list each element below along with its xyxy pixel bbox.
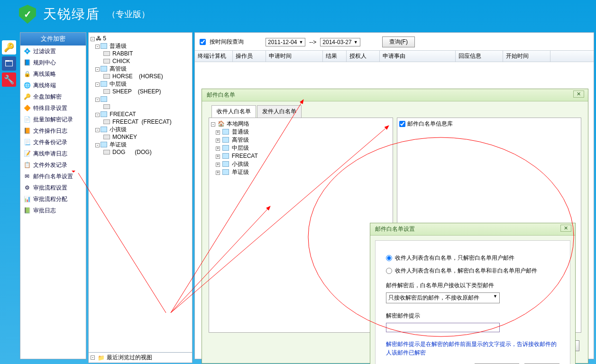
- nav-label: 规则中心: [33, 58, 56, 67]
- tab-sender-whitelist[interactable]: 发件人白名单: [257, 105, 302, 118]
- nav-item-12[interactable]: ⚙审批流程设置: [20, 182, 86, 193]
- side-icon-1[interactable]: 🔑: [2, 40, 16, 55]
- tab-recipient-whitelist[interactable]: 收件人白名单: [211, 105, 256, 118]
- whitelist-dialog-title: 邮件白名单 ✕: [202, 89, 588, 101]
- date-to-select[interactable]: 2014-03-27: [320, 38, 360, 46]
- date-from-select[interactable]: 2011-12-04: [266, 38, 305, 46]
- nav-label: 过滤设置: [33, 47, 56, 55]
- nav-icon: 🔒: [23, 70, 31, 78]
- nav-item-2[interactable]: 🔒离线策略: [20, 68, 86, 80]
- nav-item-5[interactable]: 🔶特殊目录设置: [20, 102, 86, 114]
- radio-label-1: 收件人列表含有白名单，只解密白名单用户邮件: [395, 254, 514, 262]
- time-range-label: 按时间段查询: [210, 38, 244, 46]
- nav-icon: 📋: [23, 161, 31, 169]
- nav-icon: 🔑: [23, 93, 31, 100]
- decrypt-hint-input[interactable]: [386, 323, 500, 332]
- nav-icon: 💠: [23, 47, 31, 55]
- whitelist-tabs: 收件人白名单 发件人白名单: [202, 105, 588, 118]
- side-icon-2[interactable]: 🗔: [2, 56, 16, 71]
- nav-icon: ✉: [23, 173, 31, 180]
- grid-col[interactable]: 操作员: [233, 51, 266, 62]
- side-icon-3[interactable]: 🔧: [2, 73, 16, 87]
- nav-item-9[interactable]: 📝离线申请日志: [20, 148, 86, 159]
- nav-icon: 📙: [23, 127, 31, 135]
- nav-icon: 📃: [23, 138, 31, 146]
- nav-item-8[interactable]: 📃文件备份记录: [20, 136, 86, 148]
- nav-label: 文件备份记录: [33, 138, 67, 146]
- arrow-label: -->: [309, 39, 316, 46]
- infolib-label: 邮件白名单信息库: [407, 120, 453, 128]
- nav-label: 特殊目录设置: [33, 104, 67, 112]
- nav-icon: 🔶: [23, 104, 31, 112]
- radio-decrypt-whitelist-only[interactable]: [386, 255, 392, 261]
- nav-icon: 📝: [23, 150, 31, 157]
- nav-label: 批量加解密记录: [33, 115, 73, 124]
- nav-label: 离线终端: [33, 81, 56, 90]
- nav-item-11[interactable]: ✉邮件白名单设置: [20, 171, 86, 182]
- grid-col[interactable]: 授权人: [347, 51, 380, 62]
- side-toolbar: 🔑 🗔 🔧: [2, 40, 18, 89]
- grid-col[interactable]: 申请事由: [380, 51, 456, 62]
- nav-icon: 📗: [23, 207, 31, 214]
- nav-item-7[interactable]: 📙文件操作日志: [20, 125, 86, 136]
- grid-col[interactable]: 回应信息: [456, 51, 503, 62]
- nav-item-0[interactable]: 💠过滤设置: [20, 46, 86, 57]
- nav-item-6[interactable]: 📄批量加解密记录: [20, 114, 86, 125]
- app-header: 天锐绿盾 （专业版）: [0, 0, 596, 28]
- whitelist-settings-dialog: 邮件白名单设置 ✕ 收件人列表含有白名单，只解密白名单用户邮件 收件人列表含有白…: [370, 223, 576, 364]
- nav-label: 离线策略: [33, 70, 56, 78]
- after-decrypt-label: 邮件解密后，白名单用户接收以下类型邮件: [386, 282, 559, 290]
- main-panel: 按时间段查询 2011-12-04 --> 2014-03-27 查询(F) 终…: [194, 32, 594, 359]
- nav-icon: 📊: [23, 195, 31, 203]
- hint-description: 解密邮件提示是在解密的邮件前面显示的文字提示，告诉接收邮件的人该邮件已解密: [386, 340, 559, 357]
- decrypt-hint-label: 解密邮件提示: [386, 312, 559, 320]
- nav-label: 审批流程分配: [33, 195, 67, 203]
- time-range-checkbox[interactable]: [200, 39, 206, 45]
- query-button[interactable]: 查询(F): [382, 36, 415, 47]
- nav-label: 审批日志: [33, 206, 56, 215]
- folder-icon: 📁: [98, 355, 105, 361]
- nav-icon: ⚙: [23, 184, 31, 191]
- nav-icon: 🌐: [23, 82, 31, 89]
- close-icon[interactable]: ✕: [560, 225, 571, 232]
- grid-col[interactable]: 开始时间: [503, 51, 550, 62]
- query-bar: 按时间段查询 2011-12-04 --> 2014-03-27 查询(F): [195, 33, 594, 50]
- nav-icon: 📄: [23, 116, 31, 123]
- nav-item-14[interactable]: 📗审批日志: [20, 205, 86, 216]
- network-tree[interactable]: - 🏠 本地网络 + 普通级 + 高管级 + 中层级 + FREECAT + 小…: [209, 118, 393, 333]
- nav-item-10[interactable]: 📋文件外发记录: [20, 159, 86, 171]
- close-icon[interactable]: ✕: [573, 91, 584, 98]
- nav-label: 全盘加解密: [33, 92, 62, 101]
- recent-label: 最近浏览过的视图: [107, 354, 152, 362]
- grid-col[interactable]: 终端计算机: [195, 51, 233, 62]
- radio-label-2: 收件人列表含有白名单，解密白名单和非白名单用户邮件: [395, 267, 537, 275]
- host-tree-panel: -🖧 5 - 普通级 RABBIT CHICK - 高管级 HORSE (HOR…: [88, 32, 193, 359]
- app-title: 天锐绿盾: [43, 5, 100, 23]
- nav-item-3[interactable]: 🌐离线终端: [20, 80, 86, 91]
- nav-item-4[interactable]: 🔑全盘加解密: [20, 91, 86, 102]
- nav-panel: 文件加密 💠过滤设置📘规则中心🔒离线策略🌐离线终端🔑全盘加解密🔶特殊目录设置📄批…: [20, 32, 86, 359]
- recent-view-bar[interactable]: - 📁 最近浏览过的视图: [88, 352, 193, 363]
- nav-label: 审批流程设置: [33, 183, 67, 192]
- whitelist-dialog: 邮件白名单 ✕ 收件人白名单 发件人白名单 - 🏠 本地网络 + 普通级 + 高…: [202, 89, 588, 364]
- nav-label: 文件外发记录: [33, 161, 67, 169]
- collapse-icon[interactable]: -: [91, 355, 95, 360]
- nav-item-1[interactable]: 📘规则中心: [20, 57, 86, 68]
- nav-header: 文件加密: [20, 33, 86, 46]
- nav-label: 邮件白名单设置: [33, 172, 73, 181]
- app-subtitle: （专业版）: [107, 9, 150, 20]
- nav-label: 离线申请日志: [33, 149, 67, 158]
- nav-icon: 📘: [23, 59, 31, 66]
- shield-icon: [19, 5, 36, 24]
- nav-item-13[interactable]: 📊审批流程分配: [20, 193, 86, 205]
- grid-col[interactable]: 结果: [323, 51, 347, 62]
- receive-type-select[interactable]: 只接收解密后的邮件，不接收原邮件: [386, 292, 500, 303]
- nav-label: 文件操作日志: [33, 127, 67, 135]
- whitelist-settings-title: 邮件白名单设置 ✕: [370, 223, 575, 236]
- infolib-checkbox[interactable]: [399, 121, 405, 127]
- radio-decrypt-all[interactable]: [386, 268, 392, 274]
- grid-col[interactable]: 申请时间: [266, 51, 323, 62]
- result-grid-header: 终端计算机操作员申请时间结果授权人申请事由回应信息开始时间: [195, 50, 594, 62]
